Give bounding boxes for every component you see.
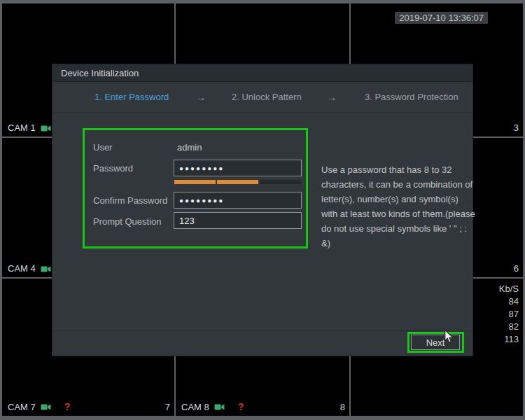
bitrate-header: Kb/S — [499, 283, 519, 295]
step-password-protection: 3. Password Protection — [365, 92, 458, 102]
question-mark-icon: ? — [64, 401, 71, 412]
strength-segment — [174, 180, 216, 184]
camera-icon — [41, 125, 51, 132]
steps-divider — [52, 112, 472, 113]
user-label: User — [93, 142, 112, 153]
password-label: Password — [93, 163, 133, 174]
step-arrow-icon: → — [196, 92, 206, 103]
password-strength-bar — [174, 180, 301, 184]
channel-number: 7 — [165, 402, 170, 412]
camera-name: CAM 8 — [181, 402, 209, 412]
channel-number: 3 — [514, 122, 519, 133]
device-initialization-dialog: Device Initialization 1. Enter Password … — [52, 64, 472, 356]
step-unlock-pattern: 2. Unlock Pattern — [232, 92, 302, 102]
timestamp: 2019-07-10 13:36:07 — [395, 12, 488, 24]
next-button[interactable]: Next — [411, 335, 460, 350]
camera-label: CAM 4 — [8, 263, 51, 274]
step-arrow-icon: → — [327, 92, 337, 103]
strength-segment — [260, 180, 301, 184]
prompt-question-label: Prompt Question — [93, 216, 162, 227]
nvr-screen: CAM 1 2019-07-10 13:36:07 3 CAM 4 6 — [0, 0, 525, 420]
confirm-password-input[interactable] — [174, 192, 302, 209]
camera-name: CAM 4 — [8, 263, 36, 274]
camera-icon — [41, 265, 51, 273]
bitrate-value: 87 — [499, 308, 519, 321]
camera-name: CAM 7 — [8, 402, 36, 412]
bitrate-panel: Kb/S 84 87 82 113 — [499, 283, 519, 346]
bitrate-value: 84 — [499, 295, 519, 308]
bitrate-value: 82 — [499, 321, 519, 333]
camera-icon — [41, 403, 51, 411]
camera-name: CAM 1 — [8, 122, 36, 133]
channel-number: 8 — [340, 402, 345, 412]
camera-label: CAM 7 ? — [8, 401, 70, 412]
camera-label: CAM 1 — [8, 122, 51, 133]
prompt-question-input[interactable] — [174, 212, 302, 229]
password-hint-text: Use a password that has 8 to 32 characte… — [321, 162, 475, 251]
bitrate-value: 113 — [499, 333, 519, 346]
dialog-title: Device Initialization — [52, 64, 472, 82]
footer-divider — [52, 330, 472, 331]
question-mark-icon: ? — [238, 401, 244, 412]
channel-number: 6 — [514, 263, 519, 274]
confirm-password-label: Confirm Password — [93, 195, 167, 206]
camera-label: CAM 8 ? — [181, 401, 244, 412]
user-value: admin — [177, 142, 202, 153]
password-input[interactable] — [174, 160, 302, 176]
wizard-steps: 1. Enter Password → 2. Unlock Pattern → … — [52, 92, 472, 104]
camera-icon — [214, 403, 225, 411]
step-enter-password: 1. Enter Password — [94, 92, 169, 102]
strength-segment — [217, 180, 258, 184]
